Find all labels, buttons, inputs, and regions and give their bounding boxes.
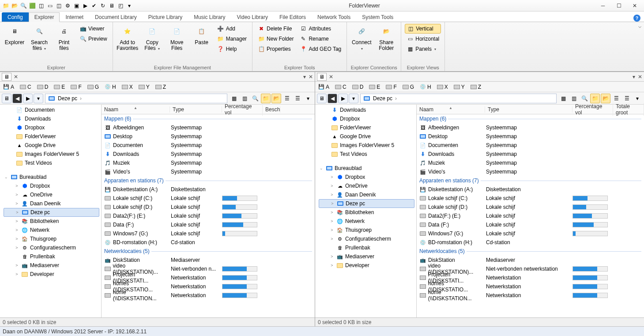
tree-item[interactable]: >☁OneDrive [4,190,99,199]
drive-x[interactable]: X [121,83,133,91]
qat-btn[interactable]: 📁 [2,2,10,10]
tree-item[interactable]: >🏠Thuisgroep [319,226,414,234]
help-icon[interactable]: ? [633,15,640,22]
nav-back-icon[interactable]: ◀ [328,94,337,103]
qat-btn[interactable]: ▶ [81,2,89,10]
explorer-button[interactable]: 🖥Explorer [4,24,26,46]
pane-menu-icon[interactable]: ▾ [633,74,635,80]
nav-back-icon[interactable]: ◀ [12,94,22,103]
tree-item[interactable]: >👤Daan Deenik [4,199,99,208]
drive-d[interactable]: D [352,83,364,91]
tree-item[interactable]: >⚙Configuratiescherm [4,243,99,252]
move-button[interactable]: 📄Move Files [166,24,188,52]
list-item[interactable]: 🖼AfbeeldingenSysteemmap [417,123,644,132]
tree-item[interactable]: ⬢Dropbox [0,123,101,132]
tab-file-editors[interactable]: File Editors [274,12,312,22]
list-item[interactable]: Windows7 (G:)Lokale schijf [102,229,315,238]
list-item[interactable]: Data2(F:) (E:)Lokale schijf [102,211,315,220]
view-icon[interactable]: 🔍 [580,94,589,103]
list-item[interactable]: Lokale schijf (D:)Lokale schijf [102,203,315,211]
qat-btn[interactable]: ↻ [99,2,107,10]
qat-btn[interactable]: ◫ [37,2,45,10]
maximize-button[interactable]: ☐ [611,1,626,10]
newfolder-button[interactable]: 📁New Folder [256,34,295,44]
tree-item[interactable]: FolderViewer [315,123,416,132]
view-icon[interactable]: ▾ [633,94,642,103]
list-item[interactable]: 💿BD-romstation (H:)Cd-station [417,238,644,247]
drive-f[interactable]: F [385,83,396,91]
column-header[interactable]: ▲Naam [417,106,485,113]
qat-btn[interactable]: ◰ [117,2,124,10]
tree-item[interactable]: >⬢Dropbox [4,181,99,190]
tree-item[interactable]: 🗑Prullenbak [319,243,414,252]
view-icon[interactable]: 📂 [601,94,610,103]
share-button[interactable]: 📂Share Folder [375,24,397,52]
view-icon[interactable]: ▦ [558,94,568,103]
tree-item[interactable]: >☁OneDrive [319,181,414,190]
drive-e[interactable]: E [369,83,380,91]
list-item[interactable]: Data (F:)Lokale schijf [417,220,644,229]
print-button[interactable]: 🖨Print files [53,24,75,52]
attributes-button[interactable]: ☑Attributes [298,24,343,34]
tab-picture-library[interactable]: Picture Library [143,12,188,22]
tree-item[interactable]: ▲Google Drive [0,141,101,150]
list-item[interactable]: 📄DocumentenSysteemmap [417,141,644,150]
tree-item[interactable]: Test Videos [0,159,101,167]
tree-item[interactable]: Images FolderViewer 5 [0,150,101,159]
list-item[interactable]: 💿BD-romstation (H:)Cd-station [102,238,315,247]
qat-btn[interactable]: ▭ [46,2,54,10]
group-header[interactable]: Mappen (6) [102,114,315,123]
drive-y[interactable]: Y [453,83,465,91]
qat-btn[interactable]: ◫ [55,2,63,10]
column-header[interactable]: Percentage vol [572,103,613,116]
group-header[interactable]: Netwerklocaties (5) [417,247,644,256]
tree-item[interactable]: ⌄Bureaublad [315,164,416,173]
tree-item[interactable]: ⬇Downloads [315,106,416,114]
view-icon[interactable]: 📁 [590,94,600,103]
drive-h[interactable]: 💿H [419,83,431,91]
tab-close-icon[interactable]: ✕ [13,74,19,80]
drive-a[interactable]: 💾A [318,83,329,91]
tab-system-tools[interactable]: System Tools [356,12,399,22]
drive-c[interactable]: C [19,83,31,91]
column-header[interactable]: Percentage vol [222,103,263,116]
qat-btn[interactable]: ▣ [72,2,80,10]
view-icon[interactable]: ☰ [611,94,621,103]
column-header[interactable]: Totale groot [613,103,644,116]
tree-item[interactable]: >🌐Netwerk [4,226,99,234]
tree-item[interactable]: >👤Daan Deenik [319,190,414,199]
rename-button[interactable]: ✎Rename [298,34,343,44]
group-header[interactable]: Apparaten en stations (7) [102,176,315,185]
pane-close-icon[interactable]: ✕ [309,74,313,80]
connect-button[interactable]: 🔗Connect ▾ [350,24,373,52]
list-item[interactable]: DesktopSysteemmap [102,132,315,141]
search-button[interactable]: 🔍Search files ▾ [28,24,50,52]
tab-video-library[interactable]: Video Library [231,12,274,22]
address-path[interactable]: Deze pc› [360,94,557,103]
list-item[interactable]: 🎵MuziekSysteemmap [102,159,315,167]
nav-home-icon[interactable]: 🖥 [2,94,11,103]
drive-g[interactable]: G [402,83,414,91]
tab-music-library[interactable]: Music Library [188,12,231,22]
list-item[interactable]: DesktopSysteemmap [417,132,644,141]
view-icon[interactable]: 📁 [261,94,271,103]
qat-btn[interactable]: 🔍 [19,2,27,10]
minimize-button[interactable]: ─ [595,1,610,10]
drive-h[interactable]: 💿H [104,83,116,91]
view-icon[interactable]: ☰ [293,94,302,103]
list-item[interactable]: Data (F:)Lokale schijf [102,220,315,229]
column-header[interactable]: Type [170,106,222,113]
paste-button[interactable]: 📋Paste [191,24,213,46]
tree-item[interactable]: ⬇Downloads [0,114,101,123]
list-item[interactable]: 📄DocumentenSysteemmap [102,141,315,150]
list-item[interactable]: Lokale schijf (C:)Lokale schijf [102,194,315,203]
add-button[interactable]: ➕Add [215,24,249,34]
tree-item[interactable]: >📺Mediaserver [4,261,99,270]
list-item[interactable]: 🎬Video'sSysteemmap [102,167,315,176]
tree-item[interactable]: >⬢Dropbox [319,173,414,181]
drive-y[interactable]: Y [138,83,150,91]
qat-btn[interactable]: 🖥 [108,2,116,10]
view-icon[interactable]: ▥ [240,94,249,103]
nav-home-icon[interactable]: 🖥 [317,94,327,103]
panels-button[interactable]: ▦Panels▾ [405,44,441,54]
